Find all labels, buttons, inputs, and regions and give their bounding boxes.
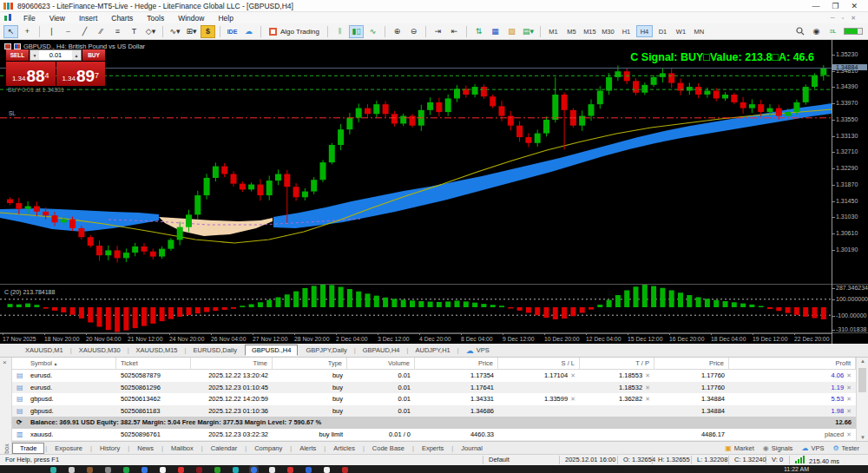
menu-tools[interactable]: Tools	[140, 14, 171, 23]
price-chart-canvas[interactable]	[0, 40, 832, 284]
panel-toggle-tester[interactable]: ⚙Tester	[832, 444, 859, 452]
scroll-up-icon[interactable]: ▲	[860, 358, 865, 364]
symbol-tab-audjpy-h1[interactable]: AUDJPY,H1	[409, 345, 456, 355]
taskbar-icon[interactable]	[214, 467, 220, 473]
maximize-button[interactable]: ❐	[832, 2, 838, 10]
new-chart-dropdown-icon[interactable]: ▤▾	[521, 25, 536, 38]
time-axis[interactable]: 17 Nov 202518 Nov 20:0020 Nov 04:0021 No…	[0, 333, 832, 344]
scroll-to-end-icon[interactable]: ⇥	[431, 25, 445, 38]
objects-window-icon[interactable]: ⊞▾	[184, 25, 199, 38]
close-position-icon[interactable]: ✕	[846, 431, 852, 437]
panel-toggle-market[interactable]: ▣Market	[725, 444, 753, 452]
channel-icon[interactable]: ⁄⁄	[94, 25, 108, 38]
panel-toggle-vps[interactable]: ☁VPS	[801, 444, 824, 452]
taskbar-icon[interactable]	[123, 467, 129, 473]
toolbox-tab-articles[interactable]: Articles	[326, 443, 362, 453]
sell-button[interactable]: SELL	[6, 49, 29, 61]
cloud-icon[interactable]: ☁	[241, 25, 256, 38]
zoom-in-icon[interactable]: ⊕	[390, 25, 404, 38]
trendline-icon[interactable]: ╱	[77, 25, 92, 38]
timeframe-m15[interactable]: M15	[582, 25, 598, 37]
menu-help[interactable]: Help	[211, 14, 240, 23]
volume-up-icon[interactable]: ▲	[72, 50, 81, 60]
taskbar-icon[interactable]	[160, 467, 166, 473]
column-header-price[interactable]: Price	[415, 358, 498, 370]
levels-icon[interactable]: ≡L	[825, 25, 840, 38]
column-header-volume[interactable]: Volume	[347, 358, 415, 370]
column-header-price[interactable]: Price	[654, 358, 729, 370]
open-data-folder-icon[interactable]: ▨	[504, 25, 519, 38]
volume-stepper[interactable]: ▼ 0.01 ▲	[30, 49, 82, 61]
remove-tp-icon[interactable]: ✕	[645, 372, 650, 378]
vps-tab[interactable]: ☁VPS	[460, 346, 496, 355]
close-position-icon[interactable]: ✕	[846, 372, 852, 378]
toolbox-tab-mailbox[interactable]: Mailbox	[164, 443, 201, 453]
mdi-restore-button[interactable]: ▫	[842, 15, 844, 22]
timeframe-mn[interactable]: MN	[691, 25, 707, 37]
buy-button[interactable]: BUY	[82, 49, 105, 61]
column-header-ticket[interactable]: Ticket	[116, 358, 191, 370]
close-position-icon[interactable]: ✕	[846, 408, 852, 414]
table-row-eurusd[interactable]: ▤eurusd.502508612962025.12.23 01:10:45bu…	[12, 382, 856, 394]
toolbox-tab-experts[interactable]: Experts	[415, 443, 450, 453]
table-row-gbpusd[interactable]: ▤gbpusd.502506134622025.12.22 14:20:59bu…	[12, 393, 856, 405]
pane-separator[interactable]	[0, 284, 868, 285]
status-profile[interactable]: Default	[483, 456, 560, 464]
close-button[interactable]: ✕	[851, 2, 858, 10]
symbol-tab-gbpaud-h4[interactable]: GBPAUD,H4	[357, 345, 406, 355]
mdi-minimize-button[interactable]: ─	[831, 15, 835, 22]
text-tool-icon[interactable]: T	[127, 25, 141, 38]
table-scrollbar[interactable]: ▲ ▼	[856, 358, 868, 441]
toolbox-tab-trade[interactable]: Trade	[12, 443, 44, 454]
taskbar-icon[interactable]	[324, 467, 330, 473]
column-header-sl[interactable]: S / L	[498, 358, 580, 370]
indicators-dropdown-icon[interactable]: ∿▾	[168, 25, 182, 38]
close-position-icon[interactable]: ✕	[846, 384, 852, 391]
mdi-close-button[interactable]: ✕	[851, 15, 856, 22]
symbol-tab-xauusd-m1[interactable]: XAUUSD,M1	[19, 345, 69, 355]
column-header-time[interactable]: Time	[191, 358, 273, 370]
ask-price-box[interactable]: 1.34897	[56, 62, 106, 86]
taskbar-icon[interactable]	[287, 467, 293, 473]
bid-price-box[interactable]: 1.34884	[6, 62, 56, 86]
toolbox-tab-news[interactable]: News	[130, 443, 161, 453]
column-header-symbol[interactable]: Symbol ▲	[26, 358, 116, 370]
minimize-button[interactable]: —	[812, 2, 819, 10]
remove-tp-icon[interactable]: ✕	[645, 396, 650, 402]
taskbar-icon[interactable]	[87, 467, 93, 473]
candle-chart-mode-icon[interactable]: ▮▯	[349, 25, 364, 38]
toolbox-tab-company[interactable]: Company	[247, 443, 289, 453]
taskbar-icon[interactable]	[105, 467, 111, 473]
panel-toggle-signals[interactable]: ◉Signals	[763, 444, 793, 452]
table-row-xauusd[interactable]: ▥xauusd.502508967612025.12.23 03:22:32bu…	[12, 429, 856, 441]
close-position-icon[interactable]: ✕	[846, 396, 852, 402]
taskbar-icon[interactable]	[269, 467, 275, 473]
column-header-tp[interactable]: T / P	[580, 358, 654, 370]
symbol-tab-xauusd-m15[interactable]: XAUUSD,M15	[130, 345, 184, 355]
table-row-gbpusd[interactable]: ▤gbpusd.502508611832025.12.23 01:10:36bu…	[12, 405, 856, 417]
price-axis[interactable]: 1.352301.348101.343901.339701.335501.331…	[832, 40, 868, 344]
symbol-tab-gbpjpy-daily[interactable]: GBPJPY,Daily	[299, 345, 352, 355]
crosshair-tool-icon[interactable]: +	[20, 25, 35, 38]
tile-windows-icon[interactable]: ▦	[488, 25, 503, 38]
chart-area[interactable]: GBPUSD., H4: British Pound vs US Dollar …	[0, 40, 868, 344]
zoom-out-icon[interactable]: ⊖	[406, 25, 421, 38]
toolbox-tab-journal[interactable]: Journal	[454, 443, 490, 453]
menu-insert[interactable]: Insert	[72, 14, 104, 23]
timeframe-h1[interactable]: H1	[618, 25, 635, 37]
remove-sl-icon[interactable]: ✕	[570, 372, 575, 378]
timeframe-m30[interactable]: M30	[600, 25, 616, 37]
taskbar-icon[interactable]	[69, 467, 75, 473]
taskbar-icon[interactable]	[196, 467, 202, 473]
toolbox-close-icon[interactable]: ×	[3, 358, 7, 366]
toolbox-tab-code-base[interactable]: Code Base	[365, 443, 411, 453]
timeframe-m1[interactable]: M1	[545, 25, 562, 37]
remove-sl-icon[interactable]: ✕	[570, 396, 575, 402]
scroll-thumb[interactable]	[858, 368, 866, 392]
taskbar-icon[interactable]	[141, 467, 148, 473]
indicator-canvas[interactable]	[0, 284, 832, 332]
taskbar-icon[interactable]	[342, 467, 348, 473]
timeframe-d1[interactable]: D1	[654, 25, 671, 37]
vertical-line-icon[interactable]: |	[44, 25, 59, 38]
timeframe-m5[interactable]: M5	[563, 25, 580, 37]
